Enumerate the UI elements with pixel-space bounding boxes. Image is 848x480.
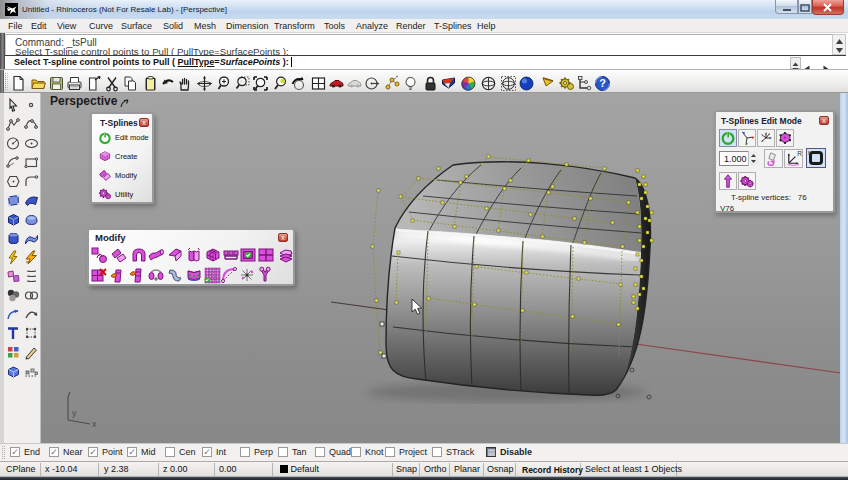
svg-text:x: x xyxy=(92,419,97,429)
svg-text:R: R xyxy=(797,150,802,157)
svg-text:?: ? xyxy=(599,77,606,89)
svg-text:y: y xyxy=(72,408,77,418)
